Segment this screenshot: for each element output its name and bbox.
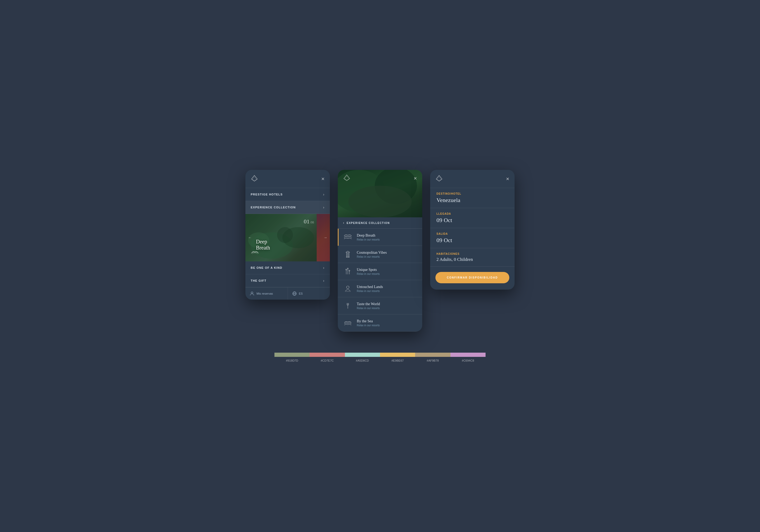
card-booking: ✕ Destino/Hotel Venezuela Llegada 09 Oct… [430,170,515,289]
menu-item-experience[interactable]: EXPERIENCE COLLECTION › [245,201,330,214]
color-swatch: #CD7E7C [309,353,345,362]
color-swatch: #C694C8 [451,353,486,362]
close-icon[interactable]: ✕ [506,176,509,181]
svg-marker-22 [436,175,442,181]
confirm-button[interactable]: CONFIRMAR DISPONIBILIDAD [435,272,509,283]
globe-icon [292,291,297,296]
color-label: #919D7D [286,359,298,362]
back-arrow-icon: ‹ [343,221,345,225]
departure-field[interactable]: Salida 09 Oct [430,228,515,248]
menu-item-prestige[interactable]: PRESTIGE HOTELS › [245,188,330,201]
card2-header: ✕ [338,170,422,187]
carousel-next[interactable]: → [323,236,327,240]
carousel-prev[interactable]: ← [248,236,252,240]
svg-point-19 [347,286,349,288]
color-block [415,353,450,357]
experience-item-taste-world[interactable]: Taste the World Relax in our resorts [338,297,422,314]
card-menu: ✕ PRESTIGE HOTELS › EXPERIENCE COLLECTIO… [245,170,330,300]
close-icon[interactable]: ✕ [413,176,417,181]
rooms-field[interactable]: Habitaciones 2 Adults, 0 Children [430,248,515,267]
card1-footer: Mis reservas ES [245,287,330,300]
svg-point-2 [251,292,253,294]
back-row[interactable]: ‹ EXPERIENCE COLLECTION [338,217,422,229]
exp-text-untouched-lands: Untouched Lands Relax in our resorts [357,285,383,292]
chevron-right-icon: › [323,266,325,270]
sea-icon [343,318,353,328]
building-icon [343,249,353,259]
color-palette: #919D7D #CD7E7C #A5D8CD #E9BE67 #AF9B78 … [274,353,486,362]
card-experience: ✕ ‹ EXPERIENCE COLLECTION Deep Breath [338,170,422,332]
experience-list: Deep Breath Relax in our resorts [338,229,422,332]
exp-text-by-sea: By the Sea Relax in our resorts [357,319,380,327]
language-button[interactable]: ES [288,288,330,300]
color-block [345,353,380,357]
color-label: #A5D8CD [356,359,369,362]
svg-marker-6 [344,175,350,181]
menu-item-gift[interactable]: THE GIFT › [245,274,330,287]
color-swatch: #AF9B78 [415,353,450,362]
color-label: #C694C8 [462,359,474,362]
color-label: #CD7E7C [321,359,334,362]
svg-rect-8 [347,252,347,257]
chevron-right-icon: › [323,192,325,197]
card3-header: ✕ [430,170,515,188]
arrival-field[interactable]: Llegada 09 Oct [430,208,515,228]
exp-text-unique-spots: Unique Spots Relax in our resorts [357,268,380,275]
mountain-icon [343,284,353,293]
carousel: ← → 01 /06 Deep Breath [245,214,330,261]
my-reservations-button[interactable]: Mis reservas [245,288,288,300]
card1-header: ✕ [245,170,330,188]
carousel-counter: 01 /06 [304,218,314,225]
logo [251,175,258,183]
card2-top: ✕ [338,170,422,217]
booking-form: Destino/Hotel Venezuela Llegada 09 Oct S… [430,188,515,289]
color-swatch: #E9BE67 [380,353,415,362]
main-container: ✕ PRESTIGE HOTELS › EXPERIENCE COLLECTIO… [245,170,515,332]
exp-text-deep-breath: Deep Breath Relax in our resorts [357,234,380,241]
user-icon [250,291,255,296]
spots-icon [343,267,353,276]
menu-list: PRESTIGE HOTELS › EXPERIENCE COLLECTION … [245,188,330,214]
color-label: #E9BE67 [391,359,404,362]
experience-item-cosmopolitan[interactable]: Cosmopolitan Vibes Relax in our resorts [338,246,422,263]
carousel-image: ← → 01 /06 Deep Breath [245,214,330,261]
exp-text-taste-world: Taste the World Relax in our resorts [357,302,380,310]
experience-item-deep-breath[interactable]: Deep Breath Relax in our resorts [338,229,422,246]
destination-field[interactable]: Destino/Hotel Venezuela [430,188,515,208]
fork-icon [343,301,353,310]
exp-text-cosmopolitan: Cosmopolitan Vibes Relax in our resorts [357,250,387,258]
color-label: #AF9B78 [427,359,439,362]
chevron-right-icon: › [323,279,325,283]
waves-icon [343,232,353,242]
color-block [274,353,309,357]
svg-marker-0 [252,175,257,181]
color-swatch: #919D7D [274,353,309,362]
svg-rect-9 [348,252,349,257]
experience-item-unique-spots[interactable]: Unique Spots Relax in our resorts [338,263,422,280]
side-preview [317,214,330,261]
experience-item-by-sea[interactable]: By the Sea Relax in our resorts [338,314,422,332]
color-block [309,353,345,357]
color-block [380,353,415,357]
color-block [451,353,486,357]
experience-item-untouched-lands[interactable]: Untouched Lands Relax in our resorts [338,280,422,297]
color-swatch: #A5D8CD [345,353,380,362]
menu-list-bottom: BE ONE OF A KIND › THE GIFT › [245,261,330,287]
logo [343,174,351,183]
logo [435,175,443,183]
menu-item-kind[interactable]: BE ONE OF A KIND › [245,261,330,274]
chevron-right-icon: › [323,205,325,209]
carousel-label-container: Deep Breath [251,248,259,256]
close-icon[interactable]: ✕ [321,176,325,181]
